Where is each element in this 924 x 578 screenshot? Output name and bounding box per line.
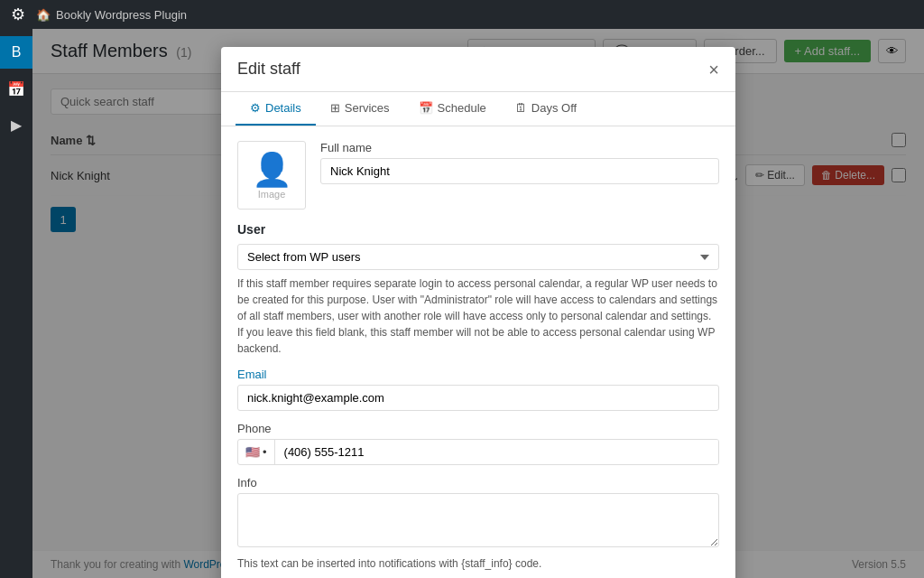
tab-schedule[interactable]: 📅 Schedule [404,92,501,126]
full-name-group: Full name [320,141,719,184]
modal-body: 👤 Image Full name User Select from WP us… [221,126,735,578]
avatar-name-row: 👤 Image Full name [237,141,719,210]
info-help-text: This text can be inserted into notificat… [237,555,719,572]
person-icon: 👤 [252,151,292,189]
sidebar-icon-calendar[interactable]: 📅 [0,72,32,105]
modal-title: Edit staff [237,60,300,79]
modal-tabs: ⚙ Details ⊞ Services 📅 Schedule 🗓 Days O… [221,92,735,126]
sidebar-icon-bookly[interactable]: B [0,36,32,69]
full-name-label: Full name [320,141,719,154]
user-section-label: User [237,222,719,237]
modal-overlay[interactable]: Edit staff × ⚙ Details ⊞ Services 📅 [32,29,924,578]
info-label: Info [237,476,719,489]
modal-header: Edit staff × [221,47,735,92]
calendar-icon: 📅 [419,101,433,115]
edit-staff-modal: Edit staff × ⚙ Details ⊞ Services 📅 [221,47,735,578]
phone-input[interactable] [275,440,718,464]
admin-bar: ⚙ 🏠 Bookly Wordpress Plugin [0,0,924,29]
tab-details[interactable]: ⚙ Details [236,92,316,126]
email-label: Email [237,368,719,381]
grid-icon: ⊞ [330,101,340,115]
site-name: 🏠 Bookly Wordpress Plugin [36,8,187,22]
layout: B 📅 ▶ Staff Members (1) ★ Feature reques… [0,29,924,578]
sidebar-icon-arrow[interactable]: ▶ [0,108,32,141]
flag-icon: 🇺🇸 [245,445,260,459]
full-name-input[interactable] [320,158,719,184]
avatar-upload[interactable]: 👤 Image [237,141,306,210]
user-help-text: If this staff member requires separate l… [237,275,719,357]
info-group: Info This text can be inserted into noti… [237,476,719,572]
settings-icon: ⚙ [250,101,261,115]
sidebar: B 📅 ▶ [0,29,32,578]
user-select[interactable]: Select from WP users [237,244,719,270]
phone-group: Phone 🇺🇸 • [237,422,719,465]
email-group: Email [237,368,719,411]
phone-flag-selector[interactable]: 🇺🇸 • [238,440,275,464]
info-textarea[interactable] [237,493,719,547]
main-content: Staff Members (1) ★ Feature requests 💬 F… [32,29,924,578]
phone-input-row: 🇺🇸 • [237,439,719,465]
wp-logo: ⚙ [11,5,25,24]
tab-daysoff[interactable]: 🗓 Days Off [501,92,591,126]
modal-close-button[interactable]: × [708,61,719,79]
email-input[interactable] [237,385,719,411]
tab-services[interactable]: ⊞ Services [316,92,404,126]
phone-label: Phone [237,422,719,435]
daysoff-icon: 🗓 [515,101,527,115]
